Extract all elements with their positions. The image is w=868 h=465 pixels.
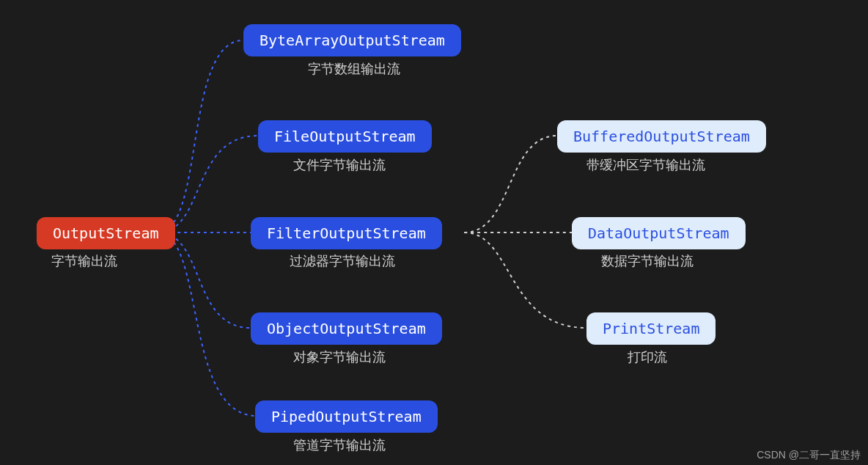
node-label: DataOutputStream xyxy=(588,224,729,242)
node-label: FileOutputStream xyxy=(274,128,416,145)
node-printstream: PrintStream xyxy=(586,312,716,345)
node-fileoutputstream: FileOutputStream xyxy=(258,120,432,153)
caption-fileoutputstream: 文件字节输出流 xyxy=(293,156,386,174)
node-label: ByteArrayOutputStream xyxy=(260,32,445,49)
node-objectoutputstream: ObjectOutputStream xyxy=(251,312,442,345)
node-label: PrintStream xyxy=(603,320,699,337)
node-bytearrayoutputstream: ByteArrayOutputStream xyxy=(243,24,461,56)
caption-outputstream: 字节输出流 xyxy=(51,252,117,270)
node-filteroutputstream: FilterOutputStream xyxy=(251,217,442,249)
caption-printstream: 打印流 xyxy=(628,348,667,366)
node-dataoutputstream: DataOutputStream xyxy=(572,217,746,249)
node-label: ObjectOutputStream xyxy=(267,320,426,337)
node-bufferedoutputstream: BufferedOutputStream xyxy=(557,120,766,153)
node-label: BufferedOutputStream xyxy=(573,128,750,145)
node-pipedoutputstream: PipedOutputStream xyxy=(255,400,438,433)
node-label: FilterOutputStream xyxy=(267,224,426,242)
caption-bytearrayoutputstream: 字节数组输出流 xyxy=(308,60,400,78)
caption-dataoutputstream: 数据字节输出流 xyxy=(601,252,694,270)
caption-bufferedoutputstream: 带缓冲区字节输出流 xyxy=(586,156,705,174)
caption-pipedoutputstream: 管道字节输出流 xyxy=(293,436,386,454)
node-outputstream: OutputStream xyxy=(37,217,175,249)
watermark-text: CSDN @二哥一直坚持 xyxy=(757,449,861,462)
node-label: OutputStream xyxy=(53,224,159,242)
caption-filteroutputstream: 过滤器字节输出流 xyxy=(290,252,395,270)
node-label: PipedOutputStream xyxy=(271,408,422,425)
caption-objectoutputstream: 对象字节输出流 xyxy=(293,348,386,366)
